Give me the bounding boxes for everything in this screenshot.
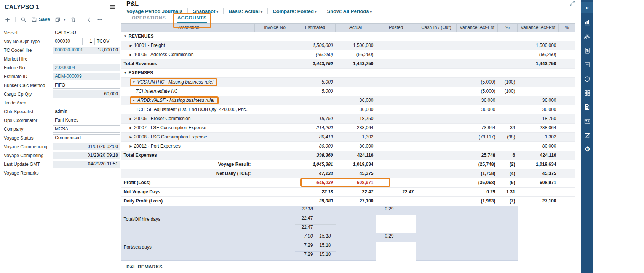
back-icon[interactable] [86, 17, 92, 22]
row-description[interactable]: ▼VCST:INTHC - Missing business rule! [121, 77, 255, 87]
chevron-right-icon[interactable]: ▶ [130, 44, 132, 47]
field-value-ops-coordinator[interactable]: Fani Korres [53, 117, 120, 124]
cell-cash-in-out [416, 151, 457, 160]
cell-pct-act-est [498, 41, 518, 50]
field-value-trade-area[interactable] [53, 99, 120, 106]
row-description[interactable]: ▶10001 - Freight [121, 41, 255, 50]
menu-icon[interactable] [109, 4, 116, 11]
row-label: Daily Profit (Loss) [124, 198, 163, 204]
gear-icon[interactable]: ⚙ [581, 142, 593, 156]
tab-accounts[interactable]: ACCOUNTS [177, 15, 207, 23]
cell-pct-act-pst [498, 206, 518, 233]
chevron-right-icon[interactable]: ▶ [130, 135, 132, 139]
row-description[interactable]: Profit (Loss) [121, 178, 255, 187]
row-description[interactable]: Total Revenues [121, 59, 255, 68]
plus-icon[interactable] [5, 17, 10, 22]
toolbar-voyage-period-journals[interactable]: Voyage Period Journals [126, 8, 182, 14]
save-icon[interactable]: Save [31, 17, 50, 22]
field-value-tc-code-hire[interactable]: 18,000.00 [89, 47, 120, 54]
row-description[interactable]: ▶20007 - LSF Consumption Expense [121, 123, 255, 132]
chevron-right-icon[interactable]: ▶ [130, 53, 132, 56]
chart-icon[interactable] [581, 15, 593, 29]
toolbar-compare-posted[interactable]: Compare: Posted▾ [273, 8, 316, 14]
field-row-last-update-gmt: Last Update GMT04/29/20 11:51 [0, 160, 121, 169]
cell-posted [376, 96, 416, 105]
grid-icon[interactable] [581, 86, 593, 100]
row-description[interactable]: Net Voyage Days [121, 187, 255, 196]
toolbar-snapshot[interactable]: Snapshot▾ [193, 8, 218, 14]
field-value-tc-code-hire[interactable]: 000030-I0001 [53, 47, 89, 54]
chevron-right-icon[interactable]: ▶ [130, 126, 132, 130]
field-value-bunker-calc-method[interactable]: FIFO [53, 82, 120, 89]
row-description[interactable]: ▼ARDB:VALSF - Missing business rule! [121, 96, 255, 105]
row-description[interactable]: Total Expenses [121, 151, 255, 160]
save-button-label: Save [39, 17, 50, 22]
delete-icon[interactable] [70, 17, 76, 22]
field-value-voyage-status[interactable]: Commenced [53, 134, 120, 141]
popout-icon[interactable] [569, 0, 575, 8]
field-value-voyage-remarks[interactable] [53, 169, 120, 177]
calculator-icon[interactable] [581, 43, 593, 58]
edit-icon[interactable] [581, 128, 593, 142]
row-description[interactable]: Voyage Result: [121, 160, 255, 169]
field-value-company[interactable]: MCSA [53, 125, 120, 133]
cell-pct-act-pst [559, 123, 575, 132]
gauge-icon[interactable] [581, 72, 593, 86]
field-value-market-hire[interactable] [53, 55, 120, 63]
row-description[interactable]: ▶20008 - LSG Consumption Expense [121, 132, 255, 141]
row-description[interactable]: ▶20005 - Broker Commission [121, 114, 255, 123]
field-value-vessel[interactable]: CALYPSO [53, 29, 120, 36]
tab-operations[interactable]: OPERATIONS [132, 15, 166, 23]
chevron-down-icon[interactable]: ▼ [124, 35, 127, 38]
row-description[interactable]: TCI Intermediate HC [121, 87, 255, 96]
caret-down-icon: ▾ [261, 10, 263, 14]
cell-variance-act-pst: 80,000 [518, 141, 559, 151]
more-icon[interactable] [97, 17, 103, 22]
field-value-chtr-specialist[interactable]: admin [53, 108, 120, 115]
field-value-voy-no-opr-type[interactable]: 000030 [53, 38, 82, 45]
cell-pct-act-pst [559, 151, 575, 160]
row-net-voyage-days: Net Voyage Days22.1822.4722.470.291.31 [121, 187, 575, 196]
toolbar-basis-actual[interactable]: Basis: Actual▾ [229, 8, 262, 14]
pnl-remarks-header[interactable]: P&L REMARKS [121, 261, 575, 273]
field-value-voyage-completing[interactable]: 01/23/20 09:18 [53, 152, 120, 159]
pnl-header: P&L [121, 0, 575, 8]
row-description[interactable]: TCI LSF Adjustment (Est. End ROB Qty=420… [121, 105, 255, 114]
row-20005-broker-commission: ▶20005 - Broker Commission18,75018,75018… [121, 114, 575, 123]
form-icon[interactable] [581, 58, 593, 72]
chevron-right-icon[interactable]: ▶ [130, 145, 132, 148]
voyage-header: CALYPSO 1 [0, 0, 121, 14]
document-icon[interactable] [581, 100, 593, 114]
row-description[interactable]: ▶10005 - Address Commission [121, 50, 255, 59]
chevron-down-icon[interactable]: ▼ [124, 71, 127, 75]
toolbar-divider [187, 8, 188, 14]
field-value-estimate-id[interactable]: ADM-000009 [53, 73, 120, 80]
search-icon[interactable] [21, 17, 26, 22]
row-description[interactable]: ▼EXPENSES [121, 68, 255, 77]
row-description[interactable]: Daily Profit (Loss) [121, 196, 255, 206]
caret-down-icon: ▾ [370, 10, 372, 14]
copy-icon[interactable]: ▾ [55, 17, 66, 22]
collapse-icon[interactable]: « [581, 2, 593, 13]
cell-posted [376, 160, 416, 169]
field-value-fixture-no[interactable]: 20200004 [53, 64, 120, 71]
field-value-voy-no-opr-type[interactable]: 1 [82, 38, 94, 45]
field-value-voy-no-opr-type[interactable]: TCOV [94, 38, 120, 45]
chevron-down-icon[interactable]: ▼ [133, 99, 136, 102]
row-description[interactable]: ▶20012 - Port Expenses [121, 141, 255, 151]
row-description[interactable]: Port/sea days [121, 233, 255, 261]
toolbar-show-all-periods[interactable]: Show: All Periods▾ [327, 8, 372, 14]
cell-cash-in-out [416, 169, 457, 178]
chevron-down-icon[interactable]: ▼ [133, 80, 136, 84]
row-description[interactable]: Total/Off hire days [121, 206, 255, 233]
field-value-voyage-commencing[interactable]: 01/01/20 02:00 [53, 143, 120, 150]
field-value-cargo-cp-qty[interactable]: 60,000 [53, 90, 120, 98]
field-value-last-update-gmt[interactable]: 04/29/20 11:51 [53, 161, 120, 168]
row-description[interactable]: ▼REVENUES [121, 32, 255, 41]
row-description[interactable]: Net Daily (TCE): [121, 169, 255, 178]
hierarchy-icon[interactable] [581, 29, 593, 43]
id-card-icon[interactable] [581, 114, 593, 128]
cell-pct-act-pst [559, 196, 575, 206]
table-header-row: DescriptionInvoice NoEstimatedActualPost… [121, 23, 575, 32]
chevron-right-icon[interactable]: ▶ [130, 117, 132, 120]
